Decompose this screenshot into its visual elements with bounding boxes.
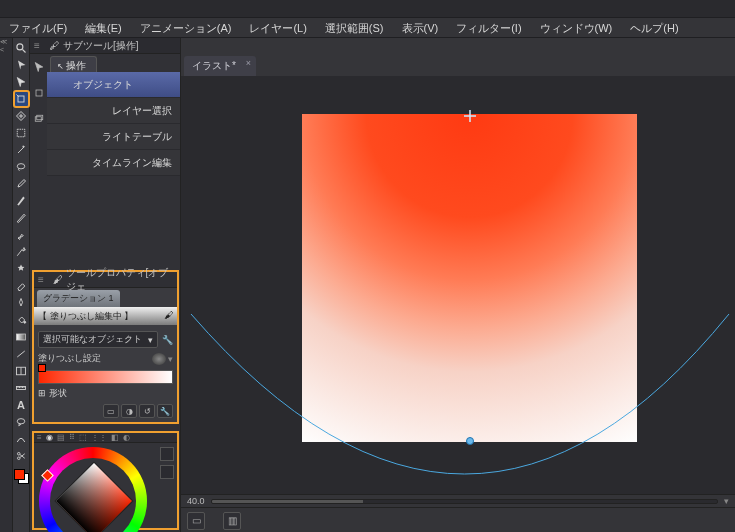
status-btn-timeline[interactable]: ▥ [223,512,241,530]
toolbox-color-swatches[interactable] [14,469,29,491]
menu-edit[interactable]: 編集(E) [76,18,131,37]
subtool-title: サブツール[操作] [63,39,139,53]
svg-point-7 [23,250,24,251]
swatch-main-color[interactable] [14,469,25,480]
menu-help[interactable]: ヘルプ(H) [621,18,687,37]
color-tab-wheel[interactable]: ◉ [46,433,53,442]
tool-blend[interactable] [14,295,29,311]
tool-wand[interactable] [14,142,29,158]
tool-airbrush[interactable] [14,244,29,260]
chevron-down-icon[interactable]: ▾ [168,354,173,364]
left-panel-column: ≡ 🖋 サブツール[操作] ↖ 操作 オブジェクト レイヤー選択 ライトテーブル [30,38,181,532]
tp-btn-reset[interactable]: ↺ [139,404,155,418]
palette-collapse-strip[interactable]: ≪ < [0,38,13,532]
tool-text[interactable]: A [14,397,29,413]
color-mode-toggle-1[interactable] [160,447,174,461]
subtool-mini-layerpick-icon[interactable] [31,106,46,132]
shape-label: 形状 [49,388,67,398]
color-tab-2[interactable]: ▤ [57,433,65,442]
gradient-fill-object[interactable] [302,114,637,442]
hamburger-icon[interactable]: ≡ [38,274,49,285]
subtool-panel: ≡ 🖋 サブツール[操作] ↖ 操作 オブジェクト レイヤー選択 ライトテーブル [30,38,180,176]
svg-rect-9 [17,334,26,340]
menu-layer[interactable]: レイヤー(L) [240,18,315,37]
subtool-item-timeline-edit[interactable]: タイムライン編集 [47,150,180,176]
tool-frame[interactable] [14,363,29,379]
tool-ruler[interactable] [14,380,29,396]
tool-balloon[interactable] [14,414,29,430]
subtool-header[interactable]: ≡ 🖋 サブツール[操作] [30,38,180,54]
color-panel: ≡ ◉ ▤ ⠿ ⬚ ⋮⋮ ◧ ◐ ⤢ ◧ HLS : 12 / 回 1 [32,431,179,530]
menu-animation[interactable]: アニメーション(A) [131,18,241,37]
tool-property-tab[interactable]: グラデーション 1 [37,290,120,307]
color-tab-7[interactable]: ◐ [123,433,130,442]
subtool-item-light-table[interactable]: ライトテーブル [47,124,180,150]
svg-point-0 [17,44,23,50]
fill-mode-icon[interactable] [152,353,166,365]
svg-point-4 [17,164,25,169]
hamburger-icon[interactable]: ≡ [34,40,46,51]
status-btn-nav[interactable]: ▭ [187,512,205,530]
tool-pen[interactable] [14,193,29,209]
tool-pencil[interactable] [14,210,29,226]
tool-eyedropper[interactable] [14,176,29,192]
selectable-object-dropdown[interactable]: 選択可能なオブジェクト▾ [38,331,158,348]
tool-move[interactable] [14,57,29,73]
color-tab-5[interactable]: ⋮⋮ [91,433,107,442]
svg-rect-16 [36,90,42,96]
svg-rect-18 [36,115,42,120]
tool-lasso[interactable] [14,159,29,175]
svg-point-14 [17,452,20,455]
subtool-mini-cursor-icon[interactable] [31,54,46,80]
menu-filter[interactable]: フィルター(I) [447,18,530,37]
wrench-icon[interactable]: 🔧 [162,335,173,345]
tool-property-header[interactable]: ≡ 🖌 ツールプロパティ[オブジェ [34,272,177,288]
tool-brush[interactable] [14,227,29,243]
tool-figure[interactable] [14,346,29,362]
color-mode-toggle-2[interactable] [160,465,174,479]
canvas-tab[interactable]: イラスト* × [184,56,256,76]
zoom-slider[interactable] [211,499,718,504]
menu-selection[interactable]: 選択範囲(S) [316,18,393,37]
title-bar [0,0,735,18]
tool-gradient[interactable] [14,329,29,345]
svg-point-8 [24,321,26,323]
color-tab-6[interactable]: ◧ [111,433,119,442]
tool-cursor[interactable] [14,74,29,90]
tool-eraser[interactable] [14,278,29,294]
tool-marquee[interactable] [14,125,29,141]
svg-rect-17 [35,117,41,122]
tool-object[interactable] [14,91,29,107]
menu-file[interactable]: ファイル(F) [0,18,76,37]
svg-point-5 [23,248,24,249]
hamburger-icon[interactable]: ≡ [37,433,42,442]
chevron-down-icon[interactable]: ▾ [724,496,729,506]
toolbox: A [13,38,30,532]
tool-zoom[interactable] [14,40,29,56]
subtool-mini-object-icon[interactable] [31,80,46,106]
tp-btn-2[interactable]: ◑ [121,404,137,418]
tool-property-editing: 【 塗りつぶし編集中 】 🖌 [34,307,177,325]
gradient-bar[interactable] [38,370,173,384]
tp-btn-wrench[interactable]: 🔧 [157,404,173,418]
subtool-item-layer-select[interactable]: レイヤー選択 [47,98,180,124]
color-tab-4[interactable]: ⬚ [79,433,87,442]
canvas-tab-label: イラスト* [192,60,236,71]
tool-decoration[interactable] [14,261,29,277]
color-tab-3[interactable]: ⠿ [69,433,75,442]
tool-scissors[interactable] [14,448,29,464]
tool-correct-line[interactable] [14,431,29,447]
zoom-readout: 40.0 [187,496,205,506]
tool-layer-move[interactable] [14,108,29,124]
color-panel-tabs[interactable]: ≡ ◉ ▤ ⠿ ⬚ ⋮⋮ ◧ ◐ [34,433,177,443]
tool-property-panel: ≡ 🖌 ツールプロパティ[オブジェ グラデーション 1 【 塗りつぶし編集中 】… [32,270,179,424]
menu-window[interactable]: ウィンドウ(W) [531,18,622,37]
menu-view[interactable]: 表示(V) [393,18,448,37]
canvas-viewport[interactable] [181,76,735,494]
close-icon[interactable]: × [246,58,251,68]
subtool-item-object[interactable]: オブジェクト [47,72,180,98]
svg-line-1 [23,50,26,53]
tp-btn-1[interactable]: ▭ [103,404,119,418]
tool-fill[interactable] [14,312,29,328]
canvas[interactable] [302,114,637,442]
